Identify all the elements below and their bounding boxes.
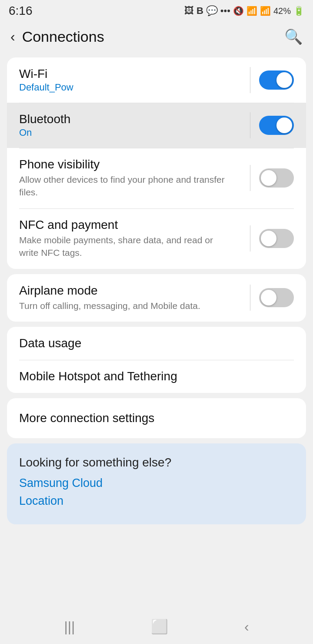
status-bar: 6:16 🖼 B 💬 ••• 🔇 📶 📶 42% 🔋 [0,0,313,21]
nfc-row[interactable]: NFC and payment Make mobile payments, sh… [7,208,306,269]
hotspot-info: Mobile Hotspot and Tethering [19,369,294,383]
airplane-row[interactable]: Airplane mode Turn off calling, messagin… [7,274,306,322]
samsung-cloud-link[interactable]: Samsung Cloud [19,476,294,490]
more-settings-card[interactable]: More connection settings [7,398,306,438]
bluetooth-row[interactable]: Bluetooth On [7,103,306,148]
phone-visibility-info: Phone visibility Allow other devices to … [19,158,241,199]
nfc-toggle[interactable] [259,229,294,248]
header-left: ‹ Connections [10,28,104,45]
phone-visibility-title: Phone visibility [19,158,241,171]
nfc-title: NFC and payment [19,218,241,232]
phone-visibility-divider [250,165,250,191]
phone-visibility-toggle[interactable] [259,168,294,188]
phone-visibility-toggle-knob [261,170,276,186]
search-button[interactable]: 🔍 [284,28,303,45]
phone-visibility-desc: Allow other devices to find your phone a… [19,173,232,199]
airplane-toggle[interactable] [259,288,294,307]
battery-icon: 🔋 [293,6,304,16]
b-icon: B [196,5,203,17]
data-hotspot-card: Data usage Mobile Hotspot and Tethering [7,327,306,393]
nfc-divider [250,225,250,252]
header: ‹ Connections 🔍 [0,21,313,52]
wifi-title: Wi-Fi [19,67,241,81]
more-settings-title: More connection settings [19,411,294,425]
nfc-desc: Make mobile payments, share data, and re… [19,234,232,259]
wifi-divider [250,67,250,93]
data-usage-title: Data usage [19,336,294,350]
wifi-info: Wi-Fi Default_Pow [19,67,241,93]
bluetooth-divider [250,112,250,138]
back-button[interactable]: ‹ [10,29,15,45]
page-title: Connections [22,28,104,45]
data-usage-info: Data usage [19,336,294,350]
recent-apps-button[interactable]: ||| [64,619,75,635]
nav-back-button[interactable]: ‹ [244,619,249,635]
hotspot-row[interactable]: Mobile Hotspot and Tethering [7,360,306,393]
suggestion-card: Looking for something else? Samsung Clou… [7,443,306,524]
more-icon: ••• [220,5,230,17]
wifi-bluetooth-card: Wi-Fi Default_Pow Bluetooth On Phone vis… [7,57,306,269]
airplane-card: Airplane mode Turn off calling, messagin… [7,274,306,322]
content: Wi-Fi Default_Pow Bluetooth On Phone vis… [0,52,313,530]
data-usage-row[interactable]: Data usage [7,327,306,360]
msg-icon: 💬 [206,5,218,17]
phone-visibility-row[interactable]: Phone visibility Allow other devices to … [7,148,306,208]
bluetooth-subtitle: On [19,127,241,138]
mute-icon: 🔇 [233,6,244,16]
airplane-info: Airplane mode Turn off calling, messagin… [19,284,241,312]
nav-bar: ||| ⬜ ‹ [0,609,313,644]
wifi-toggle[interactable] [259,70,294,90]
airplane-toggle-knob [261,290,276,305]
bluetooth-title: Bluetooth [19,112,241,126]
airplane-desc: Turn off calling, messaging, and Mobile … [19,299,232,312]
wifi-icon: 📶 [246,6,257,16]
status-time: 6:16 [9,4,33,18]
nfc-toggle-knob [261,231,276,246]
wifi-subtitle: Default_Pow [19,82,241,93]
signal-icon: 📶 [260,6,271,16]
bluetooth-info: Bluetooth On [19,112,241,138]
location-link[interactable]: Location [19,494,294,508]
airplane-divider [250,285,250,311]
airplane-title: Airplane mode [19,284,241,298]
bluetooth-toggle-knob [276,117,292,133]
photo-icon: 🖼 [184,5,194,17]
status-icons: 🖼 B 💬 ••• 🔇 📶 📶 42% 🔋 [184,5,304,17]
suggestion-heading: Looking for something else? [19,456,294,470]
home-button[interactable]: ⬜ [151,618,168,635]
bluetooth-toggle[interactable] [259,116,294,135]
nfc-info: NFC and payment Make mobile payments, sh… [19,218,241,259]
battery-text: 42% [273,6,291,16]
hotspot-title: Mobile Hotspot and Tethering [19,369,294,383]
wifi-toggle-knob [276,72,292,88]
wifi-row[interactable]: Wi-Fi Default_Pow [7,57,306,103]
